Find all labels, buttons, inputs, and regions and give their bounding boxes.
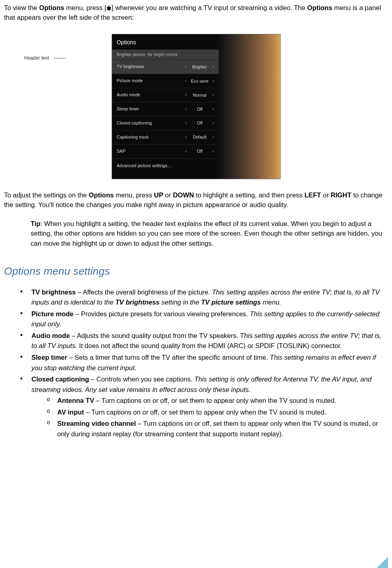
text-bold: RIGHT (331, 191, 351, 199)
item-name: Closed captioning (31, 375, 89, 383)
option-row-closed-captioning[interactable]: Closed captioning ‹ Off › (112, 116, 219, 130)
tip-label: Tip (31, 220, 40, 227)
item-desc: – Sets a timer that turns off the TV aft… (67, 354, 270, 361)
options-header-text: Brighter picture, for bright rooms (112, 50, 219, 60)
option-label: Captioning track (117, 134, 184, 141)
settings-list: TV brightness – Affects the overall brig… (19, 287, 388, 439)
option-label: TV brightness (117, 64, 184, 70)
option-label: SAP (117, 148, 184, 155)
option-value: Off (190, 148, 210, 154)
option-value: Normal (190, 92, 210, 98)
option-value: Off (190, 120, 210, 126)
text-bold: DOWN (173, 191, 194, 199)
option-label: Advanced picture settings… (117, 163, 214, 169)
option-value-wrap: ‹ Off › (184, 120, 216, 126)
item-name: Sleep timer (31, 354, 67, 361)
sub-item-name: AV input (57, 408, 84, 416)
text: or (163, 191, 173, 199)
sub-item-streaming-video: Streaming video channel – Turn captions … (46, 419, 388, 439)
options-panel-title: Options (112, 34, 219, 50)
option-value: Default (190, 134, 210, 140)
header-text-leader-line (54, 58, 66, 58)
page-corner-icon (377, 557, 388, 568)
item-tail: It does not affect the sound quality fro… (77, 342, 342, 349)
item-desc: – Provides picture presets for various v… (74, 310, 250, 317)
item-ital: setting in the (160, 299, 201, 306)
list-item-tv-brightness: TV brightness – Affects the overall brig… (19, 287, 388, 308)
option-row-audio-mode[interactable]: Audio mode ‹ Normal › (112, 88, 219, 102)
item-name: TV brightness (31, 288, 76, 296)
option-row-advanced[interactable]: Advanced picture settings… (112, 158, 219, 173)
chevron-right-icon[interactable]: › (212, 135, 216, 141)
option-row-picture-mode[interactable]: Picture mode ‹ Eco save › (112, 74, 219, 88)
option-value: Off (190, 106, 210, 112)
list-item-sleep-timer: Sleep timer – Sets a timer that turns of… (19, 352, 388, 373)
text: menu, press [ (64, 4, 106, 11)
chevron-right-icon[interactable]: › (212, 92, 216, 98)
option-label: Closed captioning (117, 120, 184, 126)
item-desc: – Affects the overall brightness of the … (76, 288, 212, 296)
chevron-left-icon[interactable]: ‹ (184, 149, 188, 155)
adjust-paragraph: To adjust the settings on the Options me… (4, 191, 388, 210)
sub-item-antenna-tv: Antenna TV – Turn captions on or off, or… (46, 396, 388, 406)
chevron-right-icon[interactable]: › (212, 149, 216, 155)
chevron-right-icon[interactable]: › (212, 106, 216, 112)
option-row-sleep-timer[interactable]: Sleep timer ‹ Off › (112, 102, 219, 116)
option-value-wrap: ‹ Off › (184, 148, 216, 154)
option-value-wrap: ‹ Off › (184, 106, 216, 112)
chevron-left-icon[interactable]: ‹ (184, 78, 188, 84)
options-panel-inner: Options Brighter picture, for bright roo… (112, 34, 219, 179)
sub-item-desc: – Turn captions on or off, or set them t… (84, 408, 326, 416)
list-item-audio-mode: Audio mode – Adjusts the sound quality o… (19, 331, 388, 351)
section-heading-options-menu-settings: Options menu settings (4, 264, 388, 279)
tip-block: Tip: When you highlight a setting, the h… (31, 219, 388, 249)
sub-item-av-input: AV input – Turn captions on or off, or s… (46, 407, 388, 418)
item-desc: – Controls when you see captions. (89, 375, 194, 383)
item-ital: menu. (261, 299, 281, 306)
text-bold: Options (89, 191, 114, 199)
tip-text: : When you highlight a setting, the head… (31, 220, 382, 247)
list-item-picture-mode: Picture mode – Provides picture presets … (19, 309, 388, 330)
chevron-left-icon[interactable]: ‹ (184, 135, 188, 141)
text-bold: UP (154, 191, 163, 199)
text-bold: Options (307, 4, 332, 11)
option-value: Eco save (190, 78, 210, 84)
item-ital-bold: TV brightness (115, 299, 160, 306)
chevron-right-icon[interactable]: › (212, 78, 216, 84)
text: to highlight a setting, and then press (194, 191, 304, 199)
text: To adjust the settings on the (4, 191, 89, 199)
options-panel: Options Brighter picture, for bright roo… (112, 34, 281, 179)
chevron-left-icon[interactable]: ‹ (184, 106, 188, 112)
chevron-right-icon[interactable]: › (212, 120, 216, 126)
text-bold: Options (39, 4, 64, 11)
header-text-label: Header text (24, 55, 49, 62)
item-desc: – Adjusts the sound quality output from … (70, 332, 240, 339)
options-screenshot: Header text Options Brighter picture, fo… (4, 34, 388, 179)
item-name: Audio mode (31, 332, 70, 339)
text: menu, press (114, 191, 154, 199)
text-bold: LEFT (305, 191, 321, 199)
chevron-left-icon[interactable]: ‹ (184, 120, 188, 126)
option-row-tv-brightness[interactable]: TV brightness ‹ Brighter › (112, 60, 219, 74)
sub-list-closed-captioning: Antenna TV – Turn captions on or off, or… (46, 396, 388, 439)
chevron-right-icon[interactable]: › (212, 64, 216, 70)
text: ] whenever you are watching a TV input o… (112, 4, 307, 11)
option-label: Audio mode (117, 92, 184, 98)
star-icon: ✱ (106, 5, 112, 11)
text: or (321, 191, 331, 199)
option-value-wrap: ‹ Normal › (184, 92, 216, 98)
chevron-left-icon[interactable]: ‹ (184, 92, 188, 98)
text: To view the (4, 4, 39, 11)
option-value-wrap: ‹ Default › (184, 134, 216, 140)
option-value: Brighter (190, 64, 210, 70)
option-row-sap[interactable]: SAP ‹ Off › (112, 144, 219, 158)
sub-item-name: Streaming video channel (57, 420, 136, 427)
sub-item-desc: – Turn captions on or off, or set them t… (94, 397, 336, 404)
chevron-left-icon[interactable]: ‹ (184, 64, 188, 70)
option-label: Sleep timer (117, 106, 184, 112)
option-row-captioning-track[interactable]: Captioning track ‹ Default › (112, 130, 219, 144)
item-ital-bold: TV picture settings (201, 299, 261, 306)
list-item-closed-captioning: Closed captioning – Controls when you se… (19, 374, 388, 439)
option-value-wrap: ‹ Eco save › (184, 78, 216, 84)
sub-item-name: Antenna TV (57, 397, 94, 404)
